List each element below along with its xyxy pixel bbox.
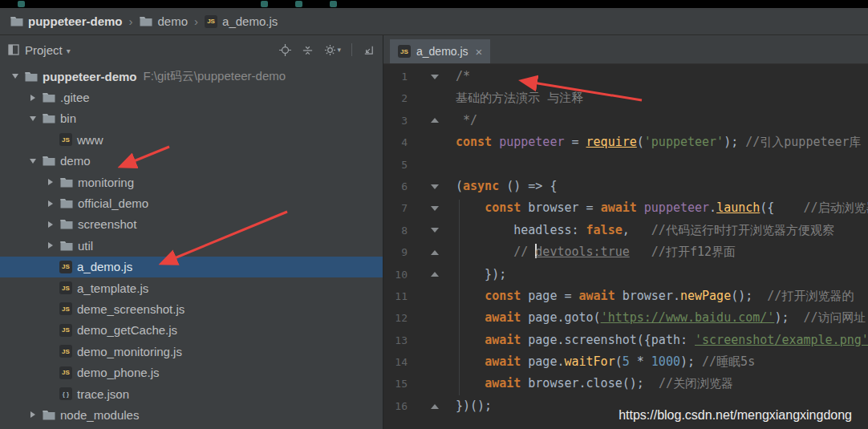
- code-line[interactable]: 基础的方法演示 与注释: [456, 87, 868, 109]
- gutter-line: 4: [383, 132, 441, 153]
- line-number[interactable]: 12: [383, 307, 408, 329]
- titlebar: [0, 0, 868, 8]
- tree-item-trace.json[interactable]: { }trace.json: [0, 383, 383, 404]
- code-line[interactable]: });: [456, 264, 868, 285]
- tree-item-www[interactable]: JSwww: [0, 129, 383, 150]
- line-number[interactable]: 13: [383, 330, 408, 351]
- code-token: *: [630, 354, 651, 369]
- tree-item-label: a_demo.js: [77, 260, 132, 273]
- expanded-arrow-icon[interactable]: [24, 116, 42, 121]
- settings-icon[interactable]: ▾: [324, 44, 341, 56]
- fold-end-icon[interactable]: [428, 250, 441, 255]
- tree-item-screenshot[interactable]: screenshot: [0, 214, 383, 235]
- chevron-down-icon[interactable]: ▾: [67, 47, 71, 55]
- titlebar-icon[interactable]: [330, 1, 337, 7]
- line-number[interactable]: 1: [383, 66, 408, 87]
- line-number[interactable]: 5: [383, 154, 408, 176]
- collapsed-arrow-icon[interactable]: [42, 200, 59, 207]
- line-number[interactable]: 11: [383, 285, 408, 307]
- code-line[interactable]: [456, 154, 868, 176]
- fold-open-icon[interactable]: [428, 184, 441, 189]
- tree-item-deme_screenshot.js[interactable]: JSdeme_screenshot.js: [0, 298, 383, 319]
- tree-item-monitoring[interactable]: monitoring: [0, 172, 383, 192]
- line-number[interactable]: 15: [383, 373, 408, 395]
- toolbar-divider: [351, 43, 352, 56]
- code-line[interactable]: await page.goto('https://www.baidu.com/'…: [456, 307, 868, 329]
- tree-item-label: demo_getCache.js: [77, 323, 177, 337]
- code-line[interactable]: */: [456, 110, 868, 132]
- line-number[interactable]: 2: [383, 87, 408, 109]
- tree-item-bin[interactable]: bin: [0, 108, 383, 129]
- fold-end-icon[interactable]: [428, 404, 441, 409]
- tree-item-.gitee[interactable]: .gitee: [0, 87, 383, 107]
- tree-item-a_demo.js[interactable]: JSa_demo.js: [0, 257, 383, 277]
- code-line[interactable]: await browser.close(); //关闭浏览器: [456, 373, 868, 395]
- code-line[interactable]: /*: [456, 66, 868, 87]
- breadcrumb-item-a_demo.js[interactable]: JSa_demo.js: [205, 14, 278, 28]
- line-number[interactable]: 7: [383, 197, 408, 219]
- js-file-icon: JS: [59, 261, 72, 273]
- tree-item-official_demo[interactable]: official_demo: [0, 192, 383, 213]
- project-panel-title[interactable]: Project: [25, 43, 63, 57]
- line-number[interactable]: 4: [383, 132, 408, 153]
- hide-icon[interactable]: [363, 44, 375, 56]
- line-number[interactable]: 6: [383, 176, 408, 197]
- code-token: puppeteer: [499, 135, 571, 149]
- fold-open-icon[interactable]: [428, 228, 441, 233]
- collapse-all-icon[interactable]: [302, 44, 314, 56]
- collapsed-arrow-icon[interactable]: [24, 411, 42, 418]
- tree-item-node_modules[interactable]: node_modules: [0, 404, 383, 425]
- code-line[interactable]: headless: false, //代码运行时打开浏览器方便观察: [456, 220, 868, 241]
- code-editor[interactable]: 12345678910111213141516 /*基础的方法演示 与注释 */…: [383, 64, 868, 429]
- code-line[interactable]: await page.waitFor(5 * 1000); //睡眠5s: [456, 351, 868, 373]
- titlebar-icon[interactable]: [295, 1, 302, 7]
- line-number[interactable]: 14: [383, 351, 408, 373]
- breadcrumb-item-demo[interactable]: demo: [140, 14, 189, 28]
- expanded-arrow-icon[interactable]: [6, 74, 24, 79]
- tree-item-util[interactable]: util: [0, 235, 383, 256]
- close-icon[interactable]: ×: [476, 45, 483, 59]
- tree-item-label: demo_monitoring.js: [77, 345, 182, 358]
- tree-item-demo_getCache.js[interactable]: JSdemo_getCache.js: [0, 320, 383, 341]
- line-number[interactable]: 16: [383, 395, 408, 417]
- tree-item-demo[interactable]: demo: [0, 151, 383, 172]
- fold-open-icon[interactable]: [428, 75, 441, 79]
- collapsed-arrow-icon[interactable]: [42, 221, 59, 228]
- collapsed-arrow-icon[interactable]: [42, 179, 59, 185]
- code-token: })();: [456, 399, 492, 413]
- tree-item-demo_phone.js[interactable]: JSdemo_phone.js: [0, 362, 383, 382]
- js-file-icon: JS: [205, 15, 217, 28]
- titlebar-icon[interactable]: [261, 1, 268, 7]
- tree-item-demo_monitoring.js[interactable]: JSdemo_monitoring.js: [0, 341, 383, 362]
- tab-a_demo-js[interactable]: JS a_demo.js ×: [390, 39, 490, 63]
- breadcrumb-item-puppeteer-demo[interactable]: puppeteer-demo: [10, 14, 123, 28]
- code-line[interactable]: const page = await browser.newPage(); //…: [456, 285, 868, 307]
- project-panel-header: Project ▾ ▾: [0, 35, 383, 64]
- fold-end-icon[interactable]: [428, 272, 441, 277]
- line-number[interactable]: 3: [383, 110, 408, 132]
- code-token: //打开浏览器的: [767, 289, 854, 303]
- line-number[interactable]: 9: [383, 241, 408, 263]
- line-number[interactable]: 8: [383, 220, 408, 241]
- collapsed-arrow-icon[interactable]: [24, 95, 42, 101]
- js-file-icon: JS: [59, 366, 72, 379]
- locate-icon[interactable]: [279, 44, 291, 56]
- fold-end-icon[interactable]: [428, 118, 441, 123]
- fold-open-icon[interactable]: [428, 206, 441, 211]
- code-token: (: [615, 354, 623, 369]
- expanded-arrow-icon[interactable]: [24, 159, 42, 164]
- code-line[interactable]: const browser = await puppeteer.launch({…: [456, 197, 868, 219]
- code-line[interactable]: const puppeteer = require('puppeteer'); …: [456, 132, 868, 153]
- line-number[interactable]: 10: [383, 264, 408, 285]
- tree-item-puppeteer-demo[interactable]: puppeteer-demoF:\git码云\puppeteer-demo: [0, 66, 383, 87]
- gutter-line: 15: [383, 373, 441, 395]
- code-line[interactable]: await page.screenshot({path: 'screenshot…: [456, 330, 868, 351]
- code-token: false: [586, 223, 623, 237]
- tree-item-a_template.js[interactable]: JSa_template.js: [0, 277, 383, 298]
- gutter-line: 1: [383, 66, 441, 87]
- code-line[interactable]: (async () => {: [456, 176, 868, 197]
- code-token: //代码运行时打开浏览器方便观察: [651, 223, 834, 237]
- titlebar-icon[interactable]: [18, 1, 25, 7]
- collapsed-arrow-icon[interactable]: [42, 242, 59, 249]
- code-line[interactable]: // devtools:true //打开f12界面: [456, 241, 868, 263]
